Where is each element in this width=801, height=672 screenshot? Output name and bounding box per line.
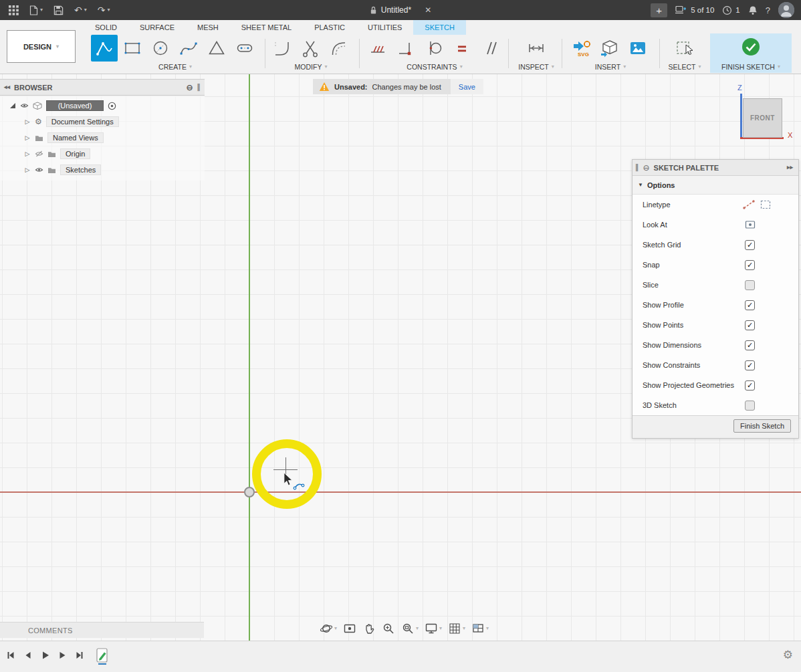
x-axis-line[interactable] [0, 491, 801, 493]
show-profile-checkbox[interactable]: ✓ [745, 300, 755, 310]
palette-minimize-icon[interactable]: ⊖ [643, 163, 650, 173]
equal-constraint-button[interactable] [449, 35, 475, 62]
tab-solid[interactable]: SOLID [84, 20, 128, 35]
show-dimensions-checkbox[interactable]: ✓ [745, 340, 755, 350]
tab-mesh[interactable]: MESH [186, 20, 230, 35]
tab-utilities[interactable]: UTILITIES [356, 20, 413, 35]
centerline-linetype-icon[interactable] [760, 200, 771, 209]
play-button[interactable] [40, 651, 50, 660]
browser-row-named-views[interactable]: ▷ Named Views [0, 130, 205, 146]
3d-sketch-checkbox[interactable] [745, 401, 755, 411]
orbit-button[interactable]: ▾ [320, 622, 337, 635]
construction-linetype-icon[interactable] [743, 200, 755, 209]
palette-drag-handle-icon[interactable]: ∥ [635, 163, 639, 172]
alerts-button[interactable] [748, 5, 758, 15]
app-grid-button[interactable] [4, 3, 23, 17]
save-button[interactable] [49, 3, 68, 17]
display-settings-button[interactable]: ▾ [425, 622, 442, 635]
step-forward-button[interactable] [58, 651, 68, 660]
insert-mesh-button[interactable] [596, 35, 623, 62]
browser-row-document-settings[interactable]: ▷ ⚙ Document Settings [0, 114, 205, 130]
slot-tool-button[interactable] [231, 35, 258, 62]
browser-resize-handle-icon[interactable]: ∥ [193, 83, 205, 92]
file-menu-button[interactable]: ▾ [25, 3, 47, 17]
expander-icon[interactable]: ▷ [24, 118, 31, 125]
tab-sketch[interactable]: SKETCH [413, 20, 466, 35]
slice-checkbox[interactable] [745, 280, 755, 290]
coincident-constraint-button[interactable] [392, 35, 419, 62]
job-status-button[interactable]: 5 of 10 [675, 5, 714, 15]
browser-item-label[interactable]: Sketches [60, 164, 101, 175]
browser-row-root[interactable]: (Unsaved) [0, 98, 205, 114]
show-points-checkbox[interactable]: ✓ [745, 320, 755, 330]
expander-icon[interactable]: ▷ [24, 134, 31, 141]
expander-icon[interactable]: ▷ [24, 166, 31, 173]
spline-tool-button[interactable] [175, 35, 202, 62]
visibility-off-eye-icon[interactable] [35, 150, 43, 157]
redo-button[interactable]: ↷ ▾ [93, 3, 115, 17]
insert-canvas-button[interactable] [624, 35, 651, 62]
trim-tool-button[interactable] [297, 35, 324, 62]
browser-row-origin[interactable]: ▷ Origin [0, 146, 205, 162]
finish-sketch-button[interactable]: FINISH SKETCH ▾ [710, 33, 792, 73]
look-at-button[interactable] [343, 622, 356, 635]
browser-item-label[interactable]: Document Settings [46, 116, 119, 127]
polygon-tool-button[interactable] [203, 35, 230, 62]
sketch-grid-checkbox[interactable]: ✓ [745, 240, 755, 250]
tab-surface[interactable]: SURFACE [128, 20, 186, 35]
close-tab-icon[interactable]: ✕ [425, 5, 431, 15]
y-axis-line[interactable] [249, 74, 250, 641]
workspace-selector[interactable]: DESIGN ▾ [7, 30, 76, 63]
tangent-constraint-button[interactable] [421, 35, 447, 62]
help-button[interactable]: ? [766, 6, 770, 15]
browser-item-label[interactable]: Origin [60, 148, 90, 159]
timeline-settings-gear-icon[interactable]: ⚙ [783, 648, 793, 662]
midpoint-constraint-button[interactable] [364, 35, 391, 62]
fit-button[interactable]: ▾ [401, 622, 419, 635]
viewcube[interactable]: FRONT Z X [732, 79, 799, 146]
origin-point[interactable] [244, 487, 255, 497]
parallel-constraint-button[interactable] [477, 35, 503, 62]
palette-collapse-icon[interactable]: ▸▸ [787, 164, 793, 171]
save-link[interactable]: Save [451, 79, 483, 94]
viewcube-front-face[interactable]: FRONT [743, 98, 782, 138]
modify-group-dropdown[interactable]: MODIFY ▾ [269, 63, 353, 71]
fillet-tool-button[interactable] [269, 35, 296, 62]
root-document-label[interactable]: (Unsaved) [46, 100, 104, 111]
show-constraints-checkbox[interactable]: ✓ [745, 360, 755, 370]
snap-checkbox[interactable]: ✓ [745, 260, 755, 270]
palette-options-section[interactable]: ▼ Options [633, 176, 798, 195]
select-tool-button[interactable] [671, 35, 698, 62]
show-projected-geometries-checkbox[interactable]: ✓ [745, 380, 755, 390]
zoom-button[interactable] [382, 622, 395, 635]
browser-row-sketches[interactable]: ▷ Sketches [0, 162, 205, 178]
tab-plastic[interactable]: PLASTIC [303, 20, 356, 35]
browser-item-label[interactable]: Named Views [47, 132, 104, 143]
comments-panel[interactable]: COMMENTS [0, 622, 204, 638]
root-expander-icon[interactable] [9, 102, 16, 109]
look-at-plane-icon[interactable] [745, 220, 756, 229]
constraints-group-dropdown[interactable]: CONSTRAINTS ▾ [364, 63, 505, 71]
line-tool-button[interactable] [91, 35, 118, 62]
pan-button[interactable] [362, 622, 376, 635]
insert-svg-button[interactable]: SVG [568, 35, 595, 62]
inspect-group-dropdown[interactable]: INSPECT ▾ [516, 63, 556, 71]
select-group-dropdown[interactable]: SELECT ▾ [667, 63, 702, 71]
grid-settings-button[interactable]: ▾ [448, 622, 465, 635]
viewports-button[interactable]: ▾ [471, 622, 489, 635]
undo-button[interactable]: ↶ ▾ [70, 3, 92, 17]
expander-icon[interactable]: ▷ [24, 150, 31, 157]
visibility-eye-icon[interactable] [35, 166, 43, 173]
browser-collapse-icon[interactable]: ◂◂ [0, 84, 14, 90]
skip-to-end-button[interactable] [75, 651, 85, 660]
offset-tool-button[interactable] [325, 35, 352, 62]
circle-tool-button[interactable] [147, 35, 174, 62]
visibility-eye-icon[interactable] [20, 102, 29, 109]
rectangle-tool-button[interactable] [119, 35, 146, 62]
finish-sketch-palette-button[interactable]: Finish Sketch [733, 419, 791, 433]
step-back-button[interactable] [23, 651, 33, 660]
new-tab-button[interactable]: + [651, 3, 667, 17]
activate-component-icon[interactable] [108, 102, 116, 110]
create-group-dropdown[interactable]: CREATE ▾ [91, 63, 259, 71]
timeline-sketch-feature[interactable] [96, 647, 109, 665]
